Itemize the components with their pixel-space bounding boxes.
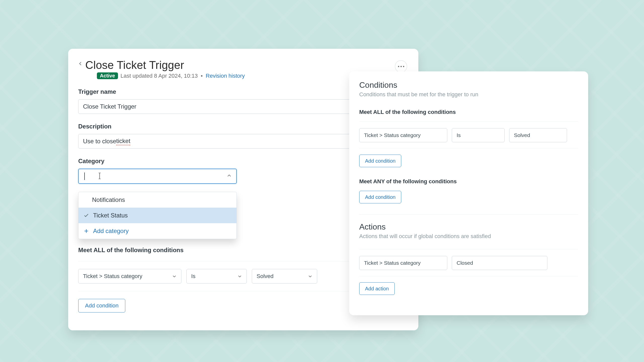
description-spellcheck-word: ticket — [116, 138, 130, 145]
add-condition-button[interactable]: Add condition — [78, 299, 125, 312]
condition-operator-select[interactable]: Is — [186, 269, 247, 284]
action-value-select[interactable]: Closed — [452, 256, 547, 270]
revision-history-link[interactable]: Revision history — [206, 73, 245, 79]
last-updated: Last updated 8 Apr 2024, 10:13 — [120, 73, 198, 79]
condition-value-select[interactable]: Solved — [509, 128, 567, 142]
condition-row: Ticket > Status category Is Solved — [359, 128, 578, 142]
more-actions-button[interactable] — [395, 60, 407, 72]
chevron-down-icon — [172, 274, 177, 279]
category-option-label: Notifications — [92, 196, 125, 203]
section-divider — [359, 214, 578, 215]
chevron-down-icon — [496, 133, 500, 137]
separator-dot: • — [200, 73, 203, 79]
chevron-down-icon — [308, 274, 312, 279]
actions-description: Actions that will occur if global condit… — [359, 233, 578, 240]
condition-field-select[interactable]: Ticket > Status category — [359, 128, 447, 142]
condition-value: Solved — [257, 273, 273, 280]
meet-any-label: Meet ANY of the following conditions — [359, 178, 578, 185]
chevron-down-icon — [558, 133, 562, 137]
condition-operator-value: Is — [191, 273, 195, 280]
meet-all-label: Meet ALL of the following conditions — [359, 109, 578, 115]
action-value: Closed — [457, 260, 473, 266]
add-condition-button[interactable]: Add condition — [359, 155, 401, 167]
category-dropdown: Notifications Ticket Status Add category — [78, 192, 237, 239]
condition-field-value: Ticket > Status category — [364, 132, 421, 138]
condition-value: Solved — [514, 132, 530, 138]
add-category-label: Add category — [93, 228, 129, 235]
divider — [359, 276, 578, 276]
condition-field-select[interactable]: Ticket > Status category — [78, 269, 181, 284]
conditions-description: Conditions that must be met for the trig… — [359, 91, 578, 98]
chevron-down-icon — [438, 261, 442, 265]
check-icon — [84, 213, 89, 218]
plus-icon — [84, 228, 89, 234]
status-badge: Active — [97, 72, 118, 79]
action-field-value: Ticket > Status category — [364, 260, 421, 266]
chevron-down-icon — [438, 133, 442, 137]
chevron-up-icon — [227, 173, 232, 179]
divider — [359, 148, 578, 149]
condition-operator-value: Is — [457, 132, 461, 138]
add-condition-any-button[interactable]: Add condition — [359, 191, 401, 203]
more-horizontal-icon — [398, 66, 404, 67]
text-cursor-icon — [97, 172, 102, 180]
category-option-notifications[interactable]: Notifications — [78, 192, 236, 208]
chevron-down-icon — [237, 274, 242, 279]
conditions-title: Conditions — [359, 80, 578, 90]
description-text: Use to close — [83, 138, 116, 145]
actions-title: Actions — [359, 222, 578, 232]
trigger-name-value: Close Ticket Trigger — [83, 103, 136, 110]
divider — [359, 121, 578, 122]
category-combobox[interactable] — [78, 169, 237, 184]
condition-field-value: Ticket > Status category — [83, 273, 142, 280]
conditions-actions-card: Conditions Conditions that must be met f… — [349, 71, 588, 315]
action-field-select[interactable]: Ticket > Status category — [359, 256, 447, 270]
text-caret — [84, 172, 85, 180]
page-title: Close Ticket Trigger — [85, 59, 184, 71]
condition-value-select[interactable]: Solved — [252, 269, 317, 284]
action-row: Ticket > Status category Closed — [359, 256, 578, 270]
divider — [359, 249, 578, 249]
chevron-down-icon — [539, 261, 543, 265]
add-action-button[interactable]: Add action — [359, 282, 395, 295]
category-option-ticket-status[interactable]: Ticket Status — [78, 208, 236, 223]
chevron-left-icon[interactable] — [78, 61, 83, 69]
add-category-option[interactable]: Add category — [78, 223, 236, 239]
category-option-label: Ticket Status — [93, 212, 128, 219]
condition-operator-select[interactable]: Is — [452, 128, 505, 142]
